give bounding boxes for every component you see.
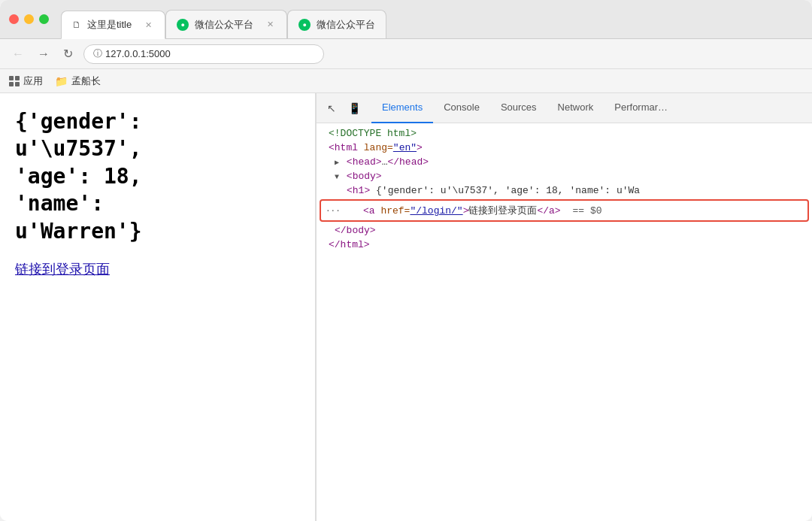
tab-2-label: 微信公众平台 (195, 18, 253, 32)
three-dots-icon: ··· (326, 206, 341, 215)
inspect-element-button[interactable]: ↖ (323, 99, 341, 117)
dom-doctype: <!DOCTYPE html> (317, 126, 812, 141)
tab-3-label: 微信公众平台 (317, 18, 375, 32)
traffic-lights (9, 14, 49, 24)
tab-sources[interactable]: Sources (490, 93, 547, 123)
tab-2[interactable]: ● 微信公众平台 ✕ (165, 10, 287, 38)
devtools-tabs: Elements Console Sources Network Perform… (371, 93, 678, 123)
expand-head-icon: ▶ (335, 159, 339, 167)
apps-grid-icon (9, 76, 20, 86)
page-link[interactable]: 链接到登录页面 (15, 260, 110, 278)
devtools-panel: ↖ 📱 Elements Console Sources Network (316, 93, 812, 521)
close-button[interactable] (9, 14, 19, 24)
url-bar[interactable]: ⓘ 127.0.0.1:5000 (83, 44, 324, 64)
tab-3[interactable]: ● 微信公众平台 (287, 10, 386, 38)
dom-a-link[interactable]: <a href="/login/">链接到登录页面</a> == $0 (320, 199, 809, 222)
tab-network[interactable]: Network (547, 93, 604, 123)
back-button[interactable]: ← (9, 44, 27, 64)
page-link-text: 链接到登录页面 (15, 262, 110, 277)
page-text: {'gender':u'\u7537','age': 18,'name':u'W… (15, 108, 300, 245)
url-text: 127.0.0.1:5000 (105, 48, 171, 59)
collapse-body-icon: ▼ (335, 173, 339, 181)
bookmark-folder[interactable]: 📁 孟船长 (55, 74, 101, 88)
refresh-button[interactable]: ↻ (60, 44, 76, 64)
addressbar: ← → ↻ ⓘ 127.0.0.1:5000 (0, 39, 812, 69)
tabs-row: 🗋 这里是title ✕ ● 微信公众平台 ✕ ● 微信公众平台 (61, 0, 803, 38)
tab-1-label: 这里是title (87, 18, 132, 32)
tab-elements[interactable]: Elements (371, 93, 433, 123)
dom-html-close: </html> (317, 238, 812, 252)
bookmark-apps[interactable]: 应用 (9, 74, 43, 88)
device-toolbar-button[interactable]: 📱 (344, 99, 365, 117)
tab-2-close[interactable]: ✕ (264, 19, 276, 31)
dom-head[interactable]: ▶ <head>…</head> (317, 155, 812, 169)
tab-performance[interactable]: Performar… (604, 93, 678, 123)
devtools-toolbar: ↖ 📱 Elements Console Sources Network (317, 93, 812, 123)
wechat-icon-2: ● (177, 19, 189, 31)
page-content: {'gender':u'\u7537','age': 18,'name':u'W… (0, 93, 316, 521)
page-icon: 🗋 (72, 20, 81, 30)
dom-tree: <!DOCTYPE html> <html lang="en"> ▶ <head… (317, 123, 812, 521)
tab-1-close[interactable]: ✕ (142, 19, 154, 31)
dom-html[interactable]: <html lang="en"> (317, 141, 812, 155)
main-area: {'gender':u'\u7537','age': 18,'name':u'W… (0, 93, 812, 521)
forward-button[interactable]: → (35, 44, 53, 64)
folder-icon: 📁 (55, 75, 68, 87)
tab-console[interactable]: Console (433, 93, 490, 123)
equals-zero-label: == $0 (572, 205, 601, 217)
titlebar: 🗋 这里是title ✕ ● 微信公众平台 ✕ ● 微信公众平台 (0, 0, 812, 39)
maximize-button[interactable] (39, 14, 49, 24)
tab-1[interactable]: 🗋 这里是title ✕ (61, 11, 165, 39)
bookmarks-bar: 应用 📁 孟船长 (0, 69, 812, 93)
dom-h1[interactable]: <h1> {'gender': u'\u7537', 'age': 18, 'n… (317, 183, 812, 198)
minimize-button[interactable] (24, 14, 34, 24)
bookmark-apps-label: 应用 (23, 74, 43, 88)
lock-icon: ⓘ (93, 47, 102, 60)
dom-body-close: </body> (317, 223, 812, 238)
wechat-icon-3: ● (298, 19, 311, 31)
browser-window: 🗋 这里是title ✕ ● 微信公众平台 ✕ ● 微信公众平台 ← → ↻ ⓘ… (0, 0, 812, 521)
dom-body-open[interactable]: ▼ <body> (317, 169, 812, 183)
bookmark-folder-label: 孟船长 (71, 74, 101, 88)
